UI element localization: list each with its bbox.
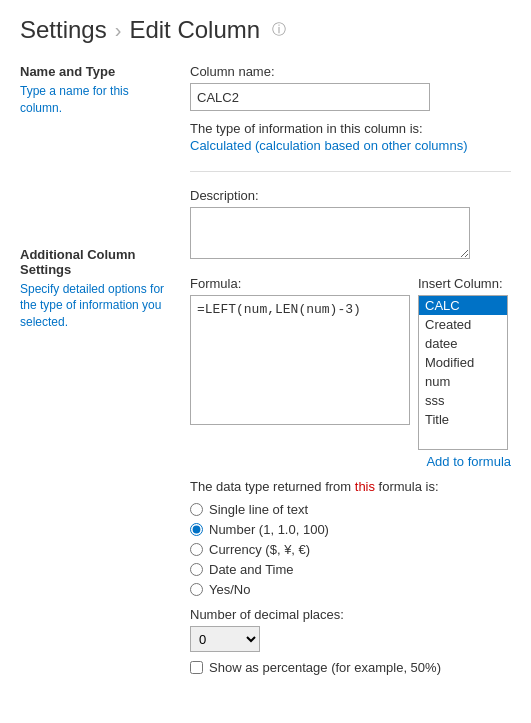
- page-title-text: Edit Column: [129, 16, 260, 44]
- column-name-input[interactable]: [190, 83, 430, 111]
- list-item[interactable]: sss: [419, 391, 507, 410]
- formula-label: Formula:: [190, 276, 410, 291]
- radio-currency-label: Currency ($, ¥, €): [209, 542, 310, 557]
- list-item[interactable]: Modified: [419, 353, 507, 372]
- column-name-label: Column name:: [190, 64, 511, 79]
- insert-column-listbox[interactable]: CALC Created datee Modified num sss Titl…: [418, 295, 508, 450]
- type-value: Calculated (calculation based on other c…: [190, 138, 511, 153]
- list-item[interactable]: Title: [419, 410, 507, 429]
- radio-option-number: Number (1, 1.0, 100): [190, 522, 511, 537]
- decimal-select[interactable]: 0 1 2 3 4 5: [190, 626, 260, 652]
- section2-desc: Specify detailed options for the type of…: [20, 281, 174, 331]
- info-icon: ⓘ: [272, 21, 286, 39]
- list-item[interactable]: CALC: [419, 296, 507, 315]
- breadcrumb-settings: Settings: [20, 16, 107, 44]
- type-info-label: The type of information in this column i…: [190, 121, 511, 136]
- description-label: Description:: [190, 188, 511, 203]
- section1-desc: Type a name for this column.: [20, 83, 174, 117]
- radio-yesno[interactable]: [190, 583, 203, 596]
- data-type-prefix: The data type returned from: [190, 479, 355, 494]
- radio-text-label: Single line of text: [209, 502, 308, 517]
- radio-datetime[interactable]: [190, 563, 203, 576]
- formula-textarea[interactable]: =LEFT(num,LEN(num)-3): [190, 295, 410, 425]
- list-item[interactable]: Created: [419, 315, 507, 334]
- list-item[interactable]: num: [419, 372, 507, 391]
- radio-option-yesno: Yes/No: [190, 582, 511, 597]
- add-to-formula-container: Add to formula: [190, 454, 511, 469]
- add-to-formula-link[interactable]: Add to formula: [426, 454, 511, 469]
- radio-currency[interactable]: [190, 543, 203, 556]
- radio-option-text: Single line of text: [190, 502, 511, 517]
- data-type-highlight: this: [355, 479, 375, 494]
- data-type-suffix: formula is:: [375, 479, 439, 494]
- insert-column-label: Insert Column:: [418, 276, 508, 291]
- radio-yesno-label: Yes/No: [209, 582, 250, 597]
- percentage-row: Show as percentage (for example, 50%): [190, 660, 511, 675]
- section1-heading: Name and Type: [20, 64, 174, 79]
- section2-heading: Additional Column Settings: [20, 247, 174, 277]
- radio-text[interactable]: [190, 503, 203, 516]
- radio-number-label: Number (1, 1.0, 100): [209, 522, 329, 537]
- percentage-label: Show as percentage (for example, 50%): [209, 660, 441, 675]
- breadcrumb-separator: ›: [115, 19, 122, 42]
- radio-datetime-label: Date and Time: [209, 562, 294, 577]
- decimal-label: Number of decimal places:: [190, 607, 511, 622]
- description-textarea[interactable]: [190, 207, 470, 259]
- radio-option-currency: Currency ($, ¥, €): [190, 542, 511, 557]
- percentage-checkbox[interactable]: [190, 661, 203, 674]
- radio-number[interactable]: [190, 523, 203, 536]
- data-type-label: The data type returned from this formula…: [190, 479, 511, 494]
- list-item[interactable]: datee: [419, 334, 507, 353]
- radio-option-datetime: Date and Time: [190, 562, 511, 577]
- page-title: Settings › Edit Column ⓘ: [20, 16, 511, 44]
